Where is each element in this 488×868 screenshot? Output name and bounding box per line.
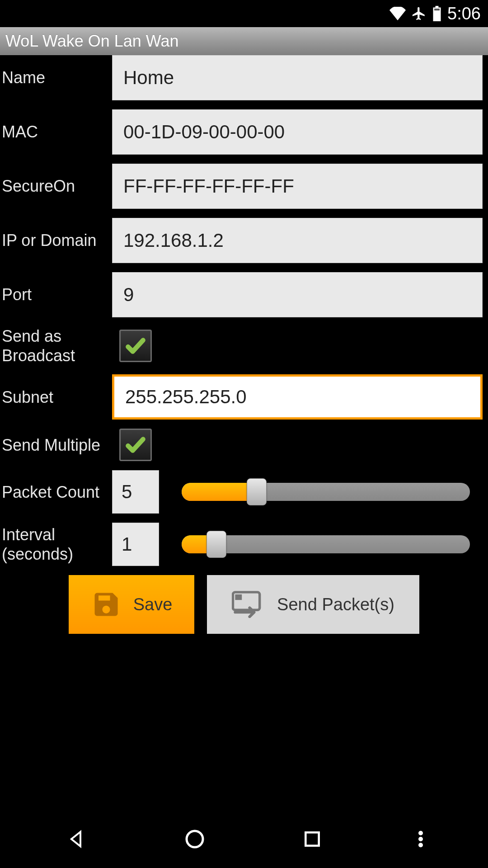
status-bar: 5:06 xyxy=(0,0,488,27)
svg-rect-2 xyxy=(235,594,242,600)
label-secureon: SecureOn xyxy=(0,176,112,196)
interval-slider[interactable] xyxy=(182,535,470,553)
mac-input[interactable] xyxy=(112,109,483,155)
row-packet-count: Packet Count 5 xyxy=(0,470,488,514)
save-button-label: Save xyxy=(133,595,173,614)
app-title: WoL Wake On Lan Wan xyxy=(5,32,179,51)
send-icon xyxy=(232,591,265,618)
action-buttons: Save Send Packet(s) xyxy=(0,575,488,634)
label-name: Name xyxy=(0,68,112,87)
back-button[interactable] xyxy=(61,823,93,855)
packet-count-value[interactable]: 5 xyxy=(112,470,159,514)
svg-point-6 xyxy=(419,837,422,841)
row-interval: Interval (seconds) 1 xyxy=(0,523,488,566)
row-broadcast: Send as Broadcast xyxy=(0,326,488,365)
row-multiple: Send Multiple xyxy=(0,429,488,461)
slider-fill xyxy=(182,483,257,501)
label-port: Port xyxy=(0,285,112,304)
save-button[interactable]: Save xyxy=(69,575,194,634)
subnet-input[interactable] xyxy=(112,374,483,420)
port-input[interactable] xyxy=(112,272,483,317)
label-multiple: Send Multiple xyxy=(0,435,112,455)
label-mac: MAC xyxy=(0,122,112,142)
android-nav-bar xyxy=(0,810,488,868)
app-title-bar: WoL Wake On Lan Wan xyxy=(0,27,488,55)
svg-rect-4 xyxy=(306,832,319,845)
svg-rect-0 xyxy=(434,9,440,10)
label-interval: Interval (seconds) xyxy=(0,525,112,564)
send-packets-button[interactable]: Send Packet(s) xyxy=(207,575,419,634)
row-secureon: SecureOn xyxy=(0,164,488,209)
home-button[interactable] xyxy=(178,823,211,855)
svg-point-3 xyxy=(187,831,203,847)
packet-count-slider[interactable] xyxy=(182,483,470,501)
clock-text: 5:06 xyxy=(447,4,481,24)
send-button-label: Send Packet(s) xyxy=(277,595,394,614)
config-form: Name MAC SecureOn IP or Domain Port Send… xyxy=(0,55,488,634)
slider-thumb[interactable] xyxy=(206,531,226,558)
airplane-icon xyxy=(411,6,427,21)
label-packet-count: Packet Count xyxy=(0,482,112,502)
row-name: Name xyxy=(0,55,488,100)
secureon-input[interactable] xyxy=(112,164,483,209)
row-port: Port xyxy=(0,272,488,317)
check-icon xyxy=(124,434,147,456)
label-subnet: Subnet xyxy=(0,387,112,407)
overflow-menu-button[interactable] xyxy=(414,823,427,855)
ip-input[interactable] xyxy=(112,218,483,263)
label-broadcast: Send as Broadcast xyxy=(0,326,112,365)
svg-point-5 xyxy=(419,831,422,835)
multiple-checkbox[interactable] xyxy=(119,429,152,461)
battery-icon xyxy=(432,6,442,21)
name-input[interactable] xyxy=(112,55,483,100)
recent-apps-button[interactable] xyxy=(296,823,328,855)
broadcast-checkbox[interactable] xyxy=(119,330,152,362)
label-ip: IP or Domain xyxy=(0,231,112,250)
svg-point-7 xyxy=(419,843,422,847)
save-icon xyxy=(91,589,122,620)
interval-value[interactable]: 1 xyxy=(112,523,159,566)
check-icon xyxy=(124,335,147,357)
row-mac: MAC xyxy=(0,109,488,155)
row-ip: IP or Domain xyxy=(0,218,488,263)
wifi-icon xyxy=(389,7,406,20)
slider-thumb[interactable] xyxy=(247,478,267,505)
row-subnet: Subnet xyxy=(0,374,488,420)
